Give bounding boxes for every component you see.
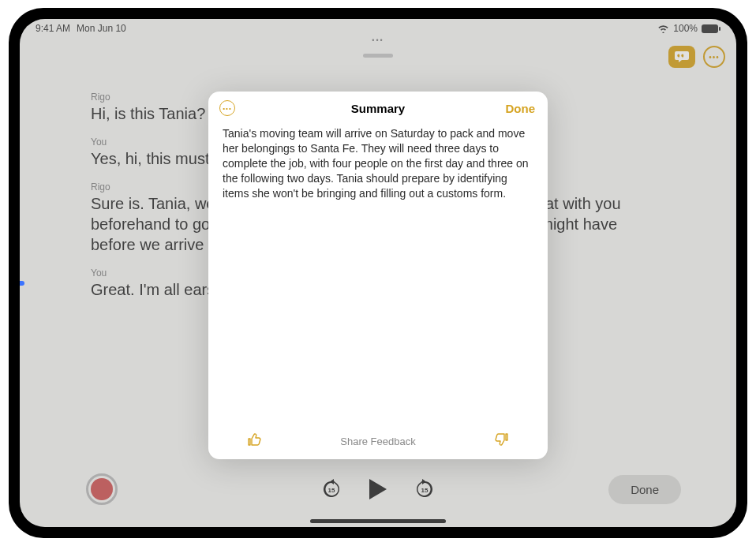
summary-modal: ••• Summary Done Tania's moving team wil… — [208, 92, 548, 459]
ipad-frame: 9:41 AM Mon Jun 10 100% ••• ••• — [9, 8, 747, 538]
screen: 9:41 AM Mon Jun 10 100% ••• ••• — [20, 19, 736, 527]
side-indicator — [20, 281, 24, 286]
thumbs-down-button[interactable] — [493, 432, 509, 451]
summary-text: Tania's moving team will arrive on Satur… — [208, 125, 548, 202]
modal-title: Summary — [351, 102, 405, 115]
thumbs-up-button[interactable] — [247, 432, 263, 451]
modal-more-button[interactable]: ••• — [219, 100, 235, 116]
share-feedback-button[interactable]: Share Feedback — [340, 436, 415, 447]
modal-done-button[interactable]: Done — [506, 102, 536, 115]
